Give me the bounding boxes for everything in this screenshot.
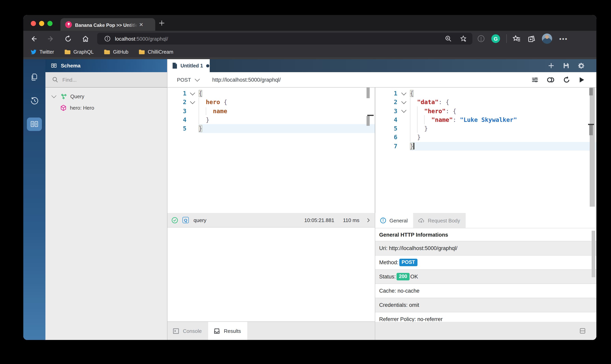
scrollbar-thumb[interactable] (589, 88, 593, 95)
code-line[interactable]: 5} (167, 124, 375, 133)
history-icon[interactable] (27, 94, 42, 107)
home-icon[interactable] (81, 35, 89, 43)
editors-split: 1{2 hero {3 name4 }5} 1{2 "data": {3 "he… (167, 88, 596, 213)
back-icon[interactable] (30, 35, 38, 43)
http-info-row: Cache: no-cache (375, 284, 596, 298)
zoom-in-icon[interactable] (445, 35, 452, 42)
run-query-icon[interactable] (578, 76, 585, 83)
schema-tree: Queryhero: Hero (45, 88, 167, 340)
schema-tree-item[interactable]: Query (45, 91, 167, 102)
bookmark-item[interactable]: GraphQL (64, 49, 94, 55)
app-sidebar (23, 59, 45, 340)
scrollbar-thumb[interactable] (592, 231, 595, 277)
forward-icon[interactable] (47, 35, 55, 43)
add-favorite-icon[interactable] (460, 35, 467, 42)
status-badge: 200 (397, 273, 410, 280)
split-view-icon[interactable] (579, 328, 586, 334)
fold-chevron-icon[interactable] (397, 89, 410, 98)
save-icon[interactable] (563, 62, 569, 69)
chevron-down-icon[interactable] (52, 93, 56, 98)
scrollbar-thumb[interactable] (589, 125, 593, 135)
code-line[interactable]: 5 } (375, 124, 596, 133)
search-icon (52, 77, 58, 83)
extension-icon[interactable] (477, 35, 485, 43)
code-line[interactable]: 1{ (375, 89, 596, 98)
traffic-lights (31, 21, 53, 26)
fold-chevron-icon[interactable] (186, 98, 199, 107)
response-editor[interactable]: 1{2 "data": {3 "hero": {4 "name": "Luke … (375, 88, 596, 213)
tab-request-body[interactable]: Request Body (413, 213, 466, 228)
request-options-icon[interactable] (531, 76, 539, 83)
connection-toggle-icon[interactable] (547, 76, 555, 84)
code-line[interactable]: 3 "hero": { (375, 107, 596, 116)
code-line[interactable]: 1{ (167, 89, 375, 98)
results-list-body (167, 228, 375, 321)
editor-area: Untitled 1 (167, 59, 596, 340)
tab-results[interactable]: Results (208, 322, 247, 340)
chevron-right-icon[interactable] (366, 218, 371, 223)
http-method-select[interactable]: POST (177, 77, 191, 83)
fold-chevron-icon[interactable] (397, 107, 410, 116)
schema-find-input[interactable]: Find... (45, 72, 167, 88)
line-number: 2 (167, 98, 186, 107)
bookmark-item[interactable]: Twitter (30, 49, 54, 55)
folder-icon (139, 49, 145, 55)
address-bar[interactable]: localhost:5000/graphql/ (97, 33, 472, 45)
reload-icon[interactable] (64, 35, 72, 43)
fold-chevron-icon[interactable] (186, 89, 199, 98)
query-editor[interactable]: 1{2 hero {3 name4 }5} (167, 88, 375, 213)
document-tabbar: Untitled 1 (167, 59, 596, 72)
request-url-input[interactable]: http://localhost:5000/graphql/ (212, 77, 281, 83)
new-tab-button[interactable] (158, 20, 165, 26)
bookmark-item[interactable]: GitHub (104, 49, 128, 55)
new-document-icon[interactable] (548, 62, 555, 69)
code-line[interactable]: 6 } (375, 133, 596, 142)
code-line[interactable]: 4 "name": "Luke Skywalker" (375, 116, 596, 124)
minimize-window-button[interactable] (39, 21, 44, 26)
scrollbar-track[interactable] (590, 88, 595, 207)
success-check-icon (171, 217, 178, 223)
documents-icon[interactable] (27, 70, 42, 84)
code-text: } (410, 133, 596, 142)
code-line[interactable]: 7} (375, 142, 596, 151)
browser-window: Banana Cake Pop >> Untitled 1 ✕ (23, 15, 596, 340)
scrollbar-thumb[interactable] (366, 88, 370, 98)
indent-guide (410, 98, 410, 142)
code-line[interactable]: 2 "data": { (375, 98, 596, 107)
close-tab-icon[interactable]: ✕ (139, 22, 143, 27)
tab-label: Request Body (428, 218, 460, 223)
tab-console[interactable]: Console (167, 322, 208, 340)
query-history-row[interactable]: Q query 10:05:21.881 110 ms (167, 213, 375, 228)
line-number: 7 (375, 142, 397, 151)
tab-general[interactable]: General (375, 213, 413, 228)
browser-menu-icon[interactable]: ••• (559, 35, 568, 42)
chevron-down-icon[interactable] (195, 77, 200, 81)
url-text[interactable]: localhost:5000/graphql/ (115, 36, 445, 42)
url-path: :5000/graphql/ (135, 36, 168, 42)
details-footer (375, 322, 596, 340)
schema-book-icon[interactable] (27, 117, 42, 131)
browser-tab[interactable]: Banana Cake Pop >> Untitled 1 ✕ (60, 18, 155, 31)
close-window-button[interactable] (31, 21, 36, 26)
site-info-icon[interactable] (104, 36, 111, 42)
line-number: 5 (167, 124, 186, 133)
refresh-icon[interactable] (563, 76, 570, 83)
maximize-window-button[interactable] (47, 21, 53, 26)
favorites-list-icon[interactable] (513, 35, 521, 43)
profile-avatar[interactable] (542, 34, 552, 44)
collections-icon[interactable] (528, 35, 536, 43)
results-icon (213, 327, 220, 334)
document-icon (172, 63, 177, 69)
bookmark-item[interactable]: ChilliCream (139, 49, 173, 55)
code-text: } (410, 142, 596, 151)
schema-tree-item[interactable]: hero: Hero (45, 102, 167, 114)
document-tab-untitled-1[interactable]: Untitled 1 (167, 59, 210, 72)
grammarly-icon[interactable]: G (491, 34, 500, 43)
bookmarks-bar: TwitterGraphQLGitHubChilliCream (23, 47, 596, 57)
http-info-row: Method: POST (375, 256, 596, 270)
fold-chevron-icon[interactable] (397, 98, 410, 107)
settings-gear-icon[interactable] (578, 62, 585, 69)
folder-icon (104, 49, 110, 55)
chrome-bottom-strip (23, 57, 596, 59)
scrollbar-thumb[interactable] (366, 116, 370, 126)
